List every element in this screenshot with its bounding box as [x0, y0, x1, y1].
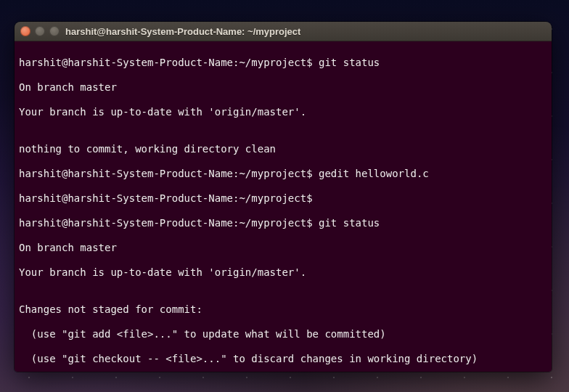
terminal-line: On branch master	[19, 81, 547, 94]
shell-prompt: harshit@harshit-System-Product-Name:~/my…	[19, 192, 313, 204]
terminal-line: Your branch is up-to-date with 'origin/m…	[19, 106, 547, 118]
maximize-icon[interactable]	[49, 26, 60, 36]
terminal-line: (use "git add <file>..." to update what …	[19, 328, 547, 340]
desktop-background: harshit@harshit-System-Product-Name: ~/m…	[0, 0, 569, 392]
terminal-line: harshit@harshit-System-Product-Name:~/my…	[19, 192, 547, 205]
command-text: git status	[319, 57, 380, 68]
command-text: git status	[319, 217, 380, 229]
terminal-line: harshit@harshit-System-Product-Name:~/my…	[19, 57, 547, 69]
minimize-icon[interactable]	[35, 26, 45, 36]
shell-prompt: harshit@harshit-System-Product-Name:~/my…	[19, 217, 313, 229]
window-titlebar[interactable]: harshit@harshit-System-Product-Name: ~/m…	[15, 22, 552, 41]
close-icon[interactable]	[20, 26, 30, 36]
command-text: gedit helloworld.c	[319, 168, 429, 179]
terminal-window: harshit@harshit-System-Product-Name: ~/m…	[15, 22, 552, 372]
terminal-line: nothing to commit, working directory cle…	[19, 143, 547, 155]
shell-prompt: harshit@harshit-System-Product-Name:~/my…	[19, 168, 313, 179]
window-title: harshit@harshit-System-Product-Name: ~/m…	[65, 26, 300, 37]
terminal-line: Your branch is up-to-date with 'origin/m…	[19, 266, 547, 279]
terminal-body[interactable]: harshit@harshit-System-Product-Name:~/my…	[15, 41, 552, 372]
terminal-line: (use "git checkout -- <file>..." to disc…	[19, 353, 547, 365]
terminal-line: Changes not staged for commit:	[19, 303, 547, 316]
window-controls	[20, 26, 60, 36]
terminal-line: harshit@harshit-System-Product-Name:~/my…	[19, 168, 547, 180]
terminal-line: harshit@harshit-System-Product-Name:~/my…	[19, 217, 547, 229]
shell-prompt: harshit@harshit-System-Product-Name:~/my…	[19, 57, 313, 68]
terminal-line: On branch master	[19, 242, 547, 254]
